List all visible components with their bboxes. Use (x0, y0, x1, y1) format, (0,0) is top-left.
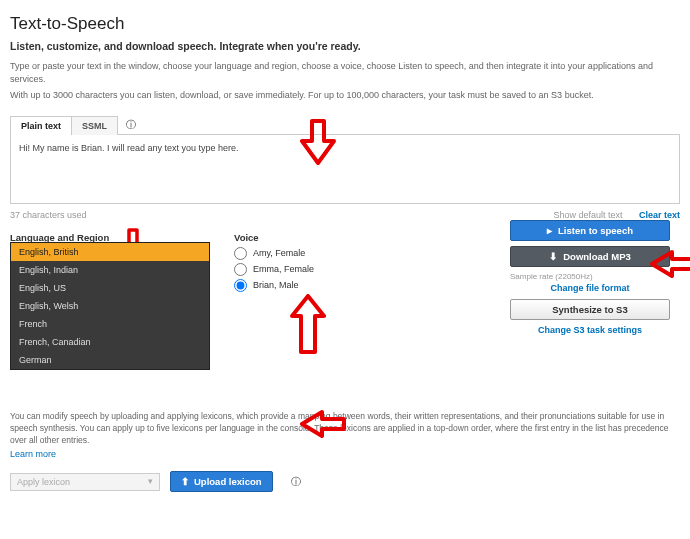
text-input[interactable]: Hi! My name is Brian. I will read any te… (10, 134, 680, 204)
upload-icon: ⬆ (181, 476, 189, 487)
voice-name: Amy, Female (253, 248, 305, 258)
upload-lexicon-button[interactable]: ⬆ Upload lexicon (170, 471, 273, 492)
editor-tabs: Plain text SSML ⓘ (10, 116, 680, 135)
tab-plain-text[interactable]: Plain text (10, 116, 72, 135)
download-label: Download MP3 (563, 251, 631, 262)
upload-label: Upload lexicon (194, 476, 262, 487)
lang-option[interactable]: French (11, 315, 209, 333)
synthesize-button[interactable]: Synthesize to S3 (510, 299, 670, 320)
listen-button[interactable]: ▸ Listen to speech (510, 220, 670, 241)
play-icon: ▸ (547, 225, 552, 236)
sample-rate: Sample rate (22050Hz) (510, 272, 680, 281)
listen-label: Listen to speech (558, 225, 633, 236)
change-format-link[interactable]: Change file format (500, 283, 680, 293)
language-options: English, British English, Indian English… (10, 242, 210, 370)
page-title: Text-to-Speech (10, 14, 680, 34)
tab-ssml[interactable]: SSML (71, 116, 118, 135)
show-default-text[interactable]: Show default text (553, 210, 622, 220)
lang-option[interactable]: French, Canadian (11, 333, 209, 351)
char-count: 37 characters used (10, 210, 87, 220)
voice-name: Brian, Male (253, 280, 299, 290)
voice-option[interactable]: Emma, Female (234, 263, 476, 276)
page-sub1: Type or paste your text in the window, c… (10, 60, 680, 85)
learn-more-link[interactable]: Learn more (10, 448, 56, 461)
help-icon[interactable]: ⓘ (291, 475, 301, 489)
voice-label: Voice (234, 232, 476, 243)
lexicon-desc: You can modify speech by uploading and a… (10, 411, 669, 445)
voice-radio[interactable] (234, 279, 247, 292)
help-icon[interactable]: ⓘ (126, 118, 136, 132)
lang-option[interactable]: English, Welsh (11, 297, 209, 315)
lang-option[interactable]: English, US (11, 279, 209, 297)
clear-text[interactable]: Clear text (639, 210, 680, 220)
apply-lexicon-dropdown[interactable]: Apply lexicon (10, 473, 160, 491)
voice-radio[interactable] (234, 247, 247, 260)
change-s3-link[interactable]: Change S3 task settings (500, 325, 680, 335)
voice-option[interactable]: Amy, Female (234, 247, 476, 260)
page-lead: Listen, customize, and download speech. … (10, 40, 680, 52)
voice-name: Emma, Female (253, 264, 314, 274)
voice-option[interactable]: Brian, Male (234, 279, 476, 292)
page-sub2: With up to 3000 characters you can liste… (10, 89, 680, 102)
download-icon: ⬇ (549, 251, 557, 262)
download-button[interactable]: ⬇ Download MP3 (510, 246, 670, 267)
lang-option[interactable]: English, Indian (11, 261, 209, 279)
voice-radio[interactable] (234, 263, 247, 276)
lang-option[interactable]: German (11, 351, 209, 369)
lang-option[interactable]: English, British (11, 243, 209, 261)
